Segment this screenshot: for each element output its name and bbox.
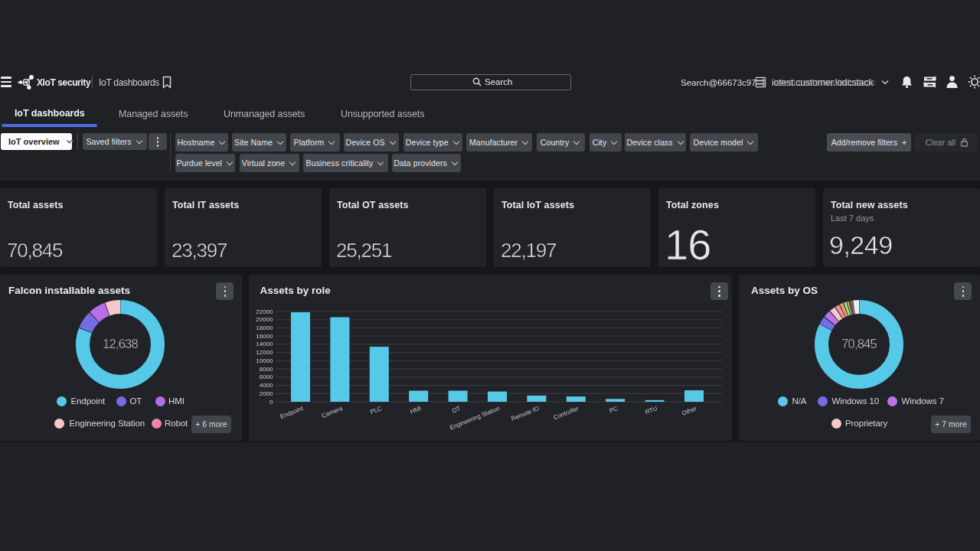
- svg-text:10000: 10000: [256, 357, 273, 364]
- svg-text:16000: 16000: [256, 333, 273, 340]
- svg-text:0: 0: [270, 399, 273, 406]
- svg-text:6000: 6000: [259, 373, 273, 380]
- svg-text:Other: Other: [681, 405, 697, 417]
- svg-text:4000: 4000: [259, 382, 273, 389]
- svg-text:20000: 20000: [256, 316, 273, 323]
- svg-text:8000: 8000: [259, 366, 273, 373]
- svg-text:Controller: Controller: [552, 405, 580, 421]
- svg-text:PC: PC: [608, 405, 619, 415]
- svg-text:22000: 22000: [256, 308, 273, 315]
- svg-text:Remote IO: Remote IO: [510, 405, 540, 422]
- svg-text:PLC: PLC: [369, 405, 383, 416]
- svg-text:12000: 12000: [256, 349, 273, 356]
- svg-text:18000: 18000: [256, 324, 273, 331]
- svg-text:OT: OT: [451, 405, 462, 415]
- svg-text:RTU: RTU: [644, 405, 658, 416]
- svg-text:Endpoint: Endpoint: [279, 405, 304, 420]
- svg-text:HMI: HMI: [409, 405, 422, 416]
- svg-text:2000: 2000: [259, 390, 273, 397]
- svg-text:14000: 14000: [256, 341, 273, 347]
- svg-text:Camera: Camera: [320, 405, 343, 419]
